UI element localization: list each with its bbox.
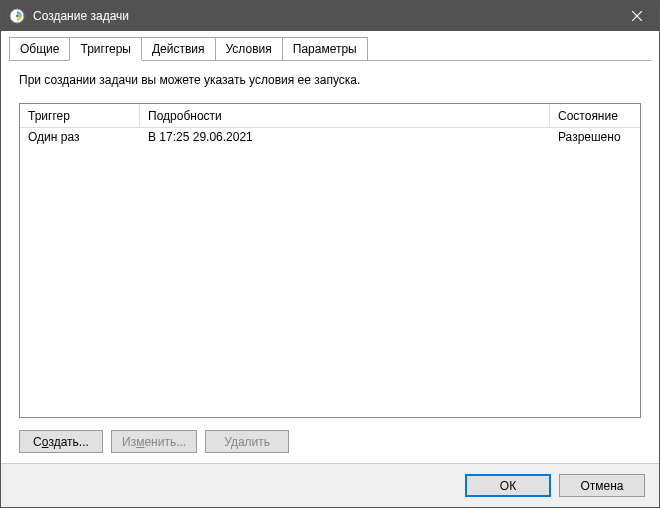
list-header: Триггер Подробности Состояние: [20, 104, 640, 128]
svg-point-1: [16, 15, 18, 17]
action-row: Создать... Изменить... Удалить: [19, 430, 641, 453]
hint-text: При создании задачи вы можете указать ус…: [19, 73, 641, 87]
cell-state: Разрешено: [550, 128, 640, 148]
titlebar: Создание задачи: [1, 1, 659, 31]
create-button[interactable]: Создать...: [19, 430, 103, 453]
tab-conditions[interactable]: Условия: [215, 37, 283, 61]
window-title: Создание задачи: [33, 9, 614, 23]
edit-button[interactable]: Изменить...: [111, 430, 197, 453]
triggers-list[interactable]: Триггер Подробности Состояние Один раз В…: [19, 103, 641, 418]
cell-trigger: Один раз: [20, 128, 140, 148]
tab-actions[interactable]: Действия: [141, 37, 216, 61]
cancel-button[interactable]: Отмена: [559, 474, 645, 497]
ok-button[interactable]: ОК: [465, 474, 551, 497]
col-details[interactable]: Подробности: [140, 104, 550, 127]
delete-button[interactable]: Удалить: [205, 430, 289, 453]
tab-strip: Общие Триггеры Действия Условия Параметр…: [1, 31, 659, 61]
dialog-window: Создание задачи Общие Триггеры Действия …: [0, 0, 660, 508]
tab-content: При создании задачи вы можете указать ус…: [1, 61, 659, 463]
dialog-footer: ОК Отмена: [1, 463, 659, 507]
cell-details: В 17:25 29.06.2021: [140, 128, 550, 148]
tab-general[interactable]: Общие: [9, 37, 70, 61]
tab-triggers[interactable]: Триггеры: [69, 37, 142, 61]
tab-settings[interactable]: Параметры: [282, 37, 368, 61]
col-state[interactable]: Состояние: [550, 104, 640, 127]
task-scheduler-icon: [9, 8, 25, 24]
table-row[interactable]: Один раз В 17:25 29.06.2021 Разрешено: [20, 128, 640, 148]
col-trigger[interactable]: Триггер: [20, 104, 140, 127]
close-button[interactable]: [614, 1, 659, 31]
